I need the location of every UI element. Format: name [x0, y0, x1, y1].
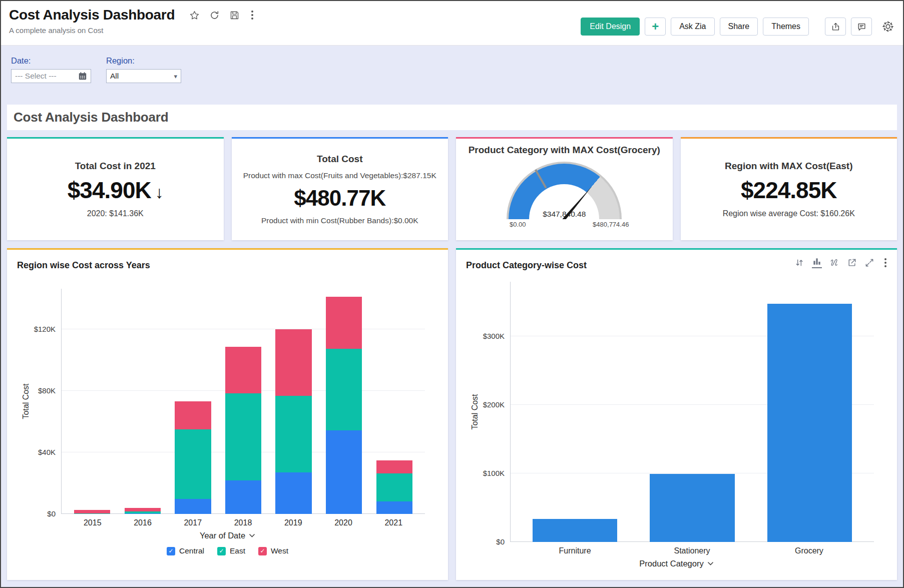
bar-segment-east[interactable]: [225, 393, 261, 480]
add-button[interactable]: +: [645, 18, 666, 36]
calendar-icon[interactable]: [78, 72, 87, 81]
x-axis-category-label: 2018: [218, 518, 268, 527]
bar-segment-east[interactable]: [376, 473, 412, 501]
save-icon[interactable]: [229, 10, 240, 21]
y-tick-label: $0: [47, 509, 56, 518]
date-filter-input[interactable]: --- Select ---: [11, 69, 91, 83]
chart-more-options-icon[interactable]: [882, 257, 889, 268]
region-filter-select[interactable]: All ▾: [106, 69, 181, 83]
kpi-min-line: Product with min Cost(Rubber Bands):$0.0…: [239, 216, 441, 225]
bar-2016[interactable]: [125, 289, 161, 514]
bar-segment-west[interactable]: [376, 460, 412, 473]
y-tick-label: $200K: [483, 400, 505, 409]
ask-zia-button[interactable]: Ask Zia: [671, 18, 714, 36]
region-filter-label: Region:: [106, 56, 181, 66]
settings-gear-icon[interactable]: [882, 21, 894, 33]
themes-button[interactable]: Themes: [763, 18, 809, 36]
bar-segment-stationery[interactable]: [650, 474, 734, 542]
kpi-max-line: Product with max Cost(Fruits and Vegetab…: [239, 171, 441, 180]
kpi-card-max-category-gauge[interactable]: Product Category with MAX Cost(Grocery) …: [456, 137, 673, 240]
bar-2015[interactable]: [74, 289, 110, 514]
legend-item-east[interactable]: ✓East: [217, 546, 245, 555]
y-tick-label: $0: [496, 537, 505, 546]
bar-segment-central[interactable]: [326, 430, 362, 514]
legend-label: Central: [179, 546, 204, 555]
gauge-min-label: $0.00: [510, 221, 526, 228]
bar-group-2017: [168, 289, 218, 514]
x-axis-title[interactable]: Product Category: [466, 559, 887, 568]
bar-group-2021: [369, 289, 420, 514]
bar-segment-central[interactable]: [275, 472, 311, 514]
panel-region-wise-cost: Region wise Cost across Years Total Cost…: [7, 248, 448, 580]
zia-insights-icon[interactable]: [829, 258, 839, 268]
kpi-card-row: Total Cost in 2021 $34.90K↓ 2020: $141.3…: [7, 137, 897, 240]
chevron-down-icon: [249, 533, 255, 538]
bar-segment-east[interactable]: [175, 429, 211, 499]
export-icon: [831, 22, 840, 32]
chart-type-icon[interactable]: [812, 257, 822, 268]
bar-group-2018: [218, 289, 269, 514]
x-axis-title[interactable]: Year of Date: [17, 531, 438, 540]
bar-segment-west[interactable]: [275, 329, 311, 396]
bar-Furniture[interactable]: [533, 282, 617, 542]
chart-title: Region wise Cost across Years: [17, 260, 438, 271]
kpi-card-total-cost[interactable]: Total Cost Product with max Cost(Fruits …: [232, 137, 448, 240]
bar-2018[interactable]: [225, 289, 261, 514]
legend-checkbox-icon[interactable]: ✓: [258, 547, 267, 555]
x-axis-category-label: 2017: [168, 518, 218, 527]
kpi-card-max-region[interactable]: Region with MAX Cost(East) $224.85K Regi…: [681, 137, 897, 240]
comments-button[interactable]: [851, 18, 872, 36]
gauge-scale: $0.00 $480,774.46: [489, 221, 639, 231]
bar-segment-west[interactable]: [125, 508, 161, 511]
legend-label: East: [230, 546, 245, 555]
bar-Stationery[interactable]: [650, 282, 734, 542]
kpi-title: Product Category with MAX Cost(Grocery): [463, 145, 666, 156]
kpi-title: Total Cost: [239, 154, 441, 165]
x-axis-category-label: 2020: [318, 518, 368, 527]
legend-item-west[interactable]: ✓West: [258, 546, 288, 555]
favorite-star-icon[interactable]: [189, 10, 200, 21]
bar-segment-furniture[interactable]: [533, 519, 617, 542]
x-axis-category-label: Furniture: [517, 546, 634, 555]
export-button[interactable]: [825, 18, 846, 36]
kpi-title: Region with MAX Cost(East): [688, 161, 890, 172]
legend-item-central[interactable]: ✓Central: [167, 546, 204, 555]
bar-segment-east[interactable]: [74, 513, 110, 514]
refresh-icon[interactable]: [209, 10, 220, 21]
share-button[interactable]: Share: [720, 18, 758, 36]
bar-group-Grocery: [751, 282, 868, 542]
bar-segment-east[interactable]: [326, 349, 362, 430]
dashboard-subtitle: A complete analysis on Cost: [9, 26, 256, 35]
bar-segment-west[interactable]: [74, 510, 110, 513]
bar-segment-central[interactable]: [376, 501, 412, 514]
edit-design-button[interactable]: Edit Design: [581, 18, 640, 36]
kpi-card-total-cost-2021[interactable]: Total Cost in 2021 $34.90K↓ 2020: $141.3…: [7, 137, 224, 240]
bar-segment-central[interactable]: [125, 513, 161, 514]
bar-segment-grocery[interactable]: [767, 304, 852, 542]
bar-Grocery[interactable]: [767, 282, 852, 542]
date-filter: Date: --- Select ---: [11, 56, 91, 105]
kpi-subtext: Region wise average Cost: $160.26K: [688, 209, 890, 218]
x-axis-category-label: Stationery: [634, 546, 751, 555]
kpi-value: $34.90K↓: [14, 178, 217, 202]
bar-segment-east[interactable]: [275, 396, 311, 472]
sort-icon[interactable]: [794, 258, 804, 268]
bar-segment-west[interactable]: [326, 297, 362, 349]
bar-segment-west[interactable]: [225, 347, 261, 394]
bar-segment-central[interactable]: [175, 499, 211, 514]
bar-segment-central[interactable]: [225, 480, 261, 514]
plus-icon: +: [652, 21, 659, 33]
legend-checkbox-icon[interactable]: ✓: [217, 547, 226, 555]
expand-icon[interactable]: [864, 258, 874, 268]
chart-row: Region wise Cost across Years Total Cost…: [7, 248, 897, 580]
y-tick-label: $100K: [483, 469, 505, 477]
bar-2021[interactable]: [376, 289, 412, 514]
legend-checkbox-icon[interactable]: ✓: [167, 547, 175, 555]
bar-2019[interactable]: [275, 289, 311, 514]
open-in-new-icon[interactable]: [847, 258, 857, 268]
bar-2020[interactable]: [326, 289, 362, 514]
more-options-icon[interactable]: [249, 10, 256, 21]
bar-2017[interactable]: [175, 289, 211, 514]
bar-segment-west[interactable]: [175, 401, 211, 429]
x-axis-category-label: 2021: [368, 518, 418, 527]
